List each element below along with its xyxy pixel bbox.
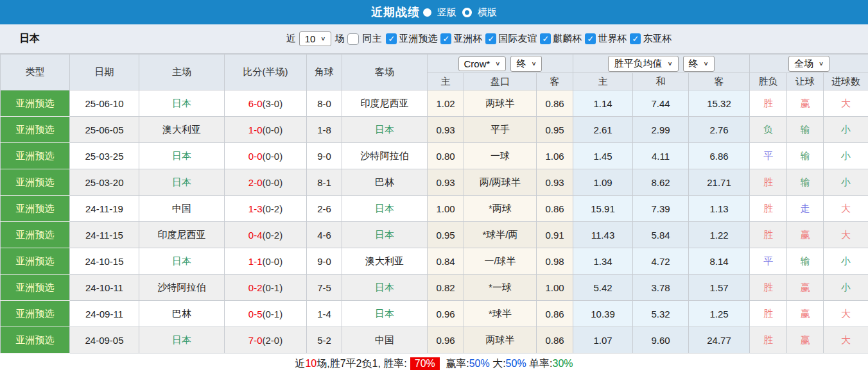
- league-label: 世界杯: [598, 33, 627, 45]
- cell-score: 7-0(2-0): [225, 327, 307, 353]
- cell-result-handicap: 赢: [787, 90, 824, 117]
- footer-text: 50%: [506, 358, 526, 370]
- cell-handicap-away-odds: 0.86: [537, 90, 573, 117]
- cell-date: 24-10-11: [70, 275, 139, 301]
- cell-avg-lose-odds: 2.76: [689, 117, 750, 143]
- league-checkbox-3[interactable]: ✓: [485, 33, 496, 44]
- cell-score: 1-3(0-2): [225, 196, 307, 222]
- cell-result-goals: 小: [824, 275, 868, 301]
- recent-results-panel: 近期战绩 竖版 横版 日本 近 10 ∨ 场 同主 ✓亚洲预选✓亚洲杯✓国际友谊…: [0, 0, 868, 374]
- col-header-away: 客场: [342, 55, 428, 90]
- cell-type: 亚洲预选: [1, 327, 70, 353]
- cell-result-handicap: 输: [787, 248, 824, 275]
- cell-home-team: 澳大利亚: [139, 117, 225, 143]
- col-header-corner: 角球: [307, 55, 342, 90]
- same-home-checkbox[interactable]: [347, 33, 359, 45]
- cell-avg-draw-odds: 5.32: [633, 301, 689, 327]
- average-odds-select[interactable]: 胜平负均值 ∨: [608, 56, 678, 72]
- cell-away-team: 沙特阿拉伯: [342, 143, 428, 169]
- cell-avg-lose-odds: 1.25: [689, 301, 750, 327]
- cell-avg-win-odds: 15.91: [573, 196, 633, 222]
- header-group-average: 胜平负均值 ∨ 终 ∨: [573, 55, 750, 73]
- league-checkbox-1[interactable]: ✓: [386, 33, 397, 44]
- cell-type: 亚洲预选: [1, 143, 70, 169]
- cell-handicap-home-odds: 0.82: [428, 275, 464, 301]
- cell-date: 24-11-19: [70, 196, 139, 222]
- recent-label: 近: [286, 33, 296, 45]
- league-checkbox-4[interactable]: ✓: [540, 33, 551, 44]
- cell-type: 亚洲预选: [1, 169, 70, 196]
- layout-horizontal-radio[interactable]: [462, 8, 472, 17]
- header-group-handicap: Crow* ∨ 终 ∨: [428, 55, 573, 73]
- handicap-time-select[interactable]: 终 ∨: [510, 56, 542, 72]
- cell-result-goals: 小: [824, 169, 868, 196]
- average-time-select[interactable]: 终 ∨: [683, 56, 715, 72]
- cell-result-goals: 大: [824, 196, 868, 222]
- league-label: 麒麟杯: [553, 33, 582, 45]
- cell-avg-win-odds: 1.14: [573, 90, 633, 117]
- recent-count-value: 10: [305, 33, 316, 44]
- cell-corners: 1-4: [307, 301, 342, 327]
- cell-handicap-away-odds: 1.00: [537, 275, 573, 301]
- league-checkbox-6[interactable]: ✓: [630, 33, 641, 44]
- layout-vertical-radio[interactable]: [423, 8, 431, 17]
- league-checkbox-5[interactable]: ✓: [585, 33, 596, 44]
- league-checkbox-2[interactable]: ✓: [440, 33, 451, 44]
- cell-avg-win-odds: 5.42: [573, 275, 633, 301]
- cell-result-handicap: 赢: [787, 301, 824, 327]
- table-row: 亚洲预选24-11-15印度尼西亚0-4(0-2)4-6日本0.95*球半/两0…: [1, 222, 868, 248]
- subcol-avg-draw: 和: [633, 73, 689, 90]
- table-row: 亚洲预选25-06-05澳大利亚1-0(0-0)1-8日本0.93平手0.952…: [1, 117, 868, 143]
- league-filter-group: ✓亚洲预选✓亚洲杯✓国际友谊✓麒麟杯✓世界杯✓东亚杯: [386, 33, 673, 45]
- footer-text: 近: [295, 357, 305, 371]
- cell-away-team: 日本: [342, 301, 428, 327]
- cell-away-team: 日本: [342, 196, 428, 222]
- cell-score: 1-1(0-0): [225, 248, 307, 275]
- cell-home-team: 日本: [139, 169, 225, 196]
- filter-controls: 近 10 ∨ 场 同主 ✓亚洲预选✓亚洲杯✓国际友谊✓麒麟杯✓世界杯✓东亚杯: [286, 31, 673, 46]
- cell-home-team: 中国: [139, 196, 225, 222]
- cell-result-wdl: 胜: [750, 90, 787, 117]
- cell-avg-lose-odds: 1.13: [689, 196, 750, 222]
- cell-avg-lose-odds: 6.86: [689, 143, 750, 169]
- cell-type: 亚洲预选: [1, 90, 70, 117]
- cell-avg-draw-odds: 5.84: [633, 222, 689, 248]
- cell-handicap-line: *球半/两: [464, 222, 537, 248]
- cell-home-team: 沙特阿拉伯: [139, 275, 225, 301]
- layout-vertical-label[interactable]: 竖版: [437, 6, 456, 19]
- cell-home-team: 巴林: [139, 301, 225, 327]
- cell-handicap-home-odds: 0.84: [428, 248, 464, 275]
- subcol-ah-line: 盘口: [464, 73, 537, 90]
- subcol-result-handicap: 让球: [787, 73, 824, 90]
- bookmaker-select[interactable]: Crow* ∨: [458, 56, 507, 71]
- footer-text: 场,胜7平2负1, 胜率:: [317, 357, 406, 371]
- table-row: 亚洲预选24-11-19中国1-3(0-2)2-6日本1.00*两球0.8615…: [1, 196, 868, 222]
- cell-type: 亚洲预选: [1, 117, 70, 143]
- cell-handicap-home-odds: 0.93: [428, 117, 464, 143]
- cell-avg-win-odds: 11.43: [573, 222, 633, 248]
- layout-horizontal-label[interactable]: 横版: [478, 6, 497, 19]
- chevron-down-icon: ∨: [531, 60, 536, 67]
- recent-count-select[interactable]: 10 ∨: [299, 31, 332, 46]
- cell-result-wdl: 胜: [750, 327, 787, 353]
- cell-corners: 8-1: [307, 169, 342, 196]
- cell-handicap-home-odds: 0.95: [428, 222, 464, 248]
- cell-avg-win-odds: 1.09: [573, 169, 633, 196]
- cell-avg-win-odds: 1.45: [573, 143, 633, 169]
- cell-result-handicap: 输: [787, 117, 824, 143]
- cell-result-goals: 小: [824, 117, 868, 143]
- cell-handicap-away-odds: 1.06: [537, 143, 573, 169]
- table-row: 亚洲预选24-09-11巴林0-5(0-1)1-4日本0.96*球半0.8610…: [1, 301, 868, 327]
- cell-result-goals: 小: [824, 248, 868, 275]
- cell-date: 25-03-20: [70, 169, 139, 196]
- cell-result-wdl: 胜: [750, 222, 787, 248]
- chevron-down-icon: ∨: [819, 60, 824, 67]
- cell-away-team: 澳大利亚: [342, 248, 428, 275]
- cell-handicap-away-odds: 0.86: [537, 327, 573, 353]
- cell-away-team: 巴林: [342, 169, 428, 196]
- league-label: 国际友谊: [498, 33, 537, 45]
- period-select[interactable]: 全场 ∨: [788, 56, 829, 72]
- chevron-down-icon: ∨: [320, 35, 326, 42]
- cell-avg-lose-odds: 1.57: [689, 275, 750, 301]
- header-group-result: 全场 ∨: [750, 55, 868, 73]
